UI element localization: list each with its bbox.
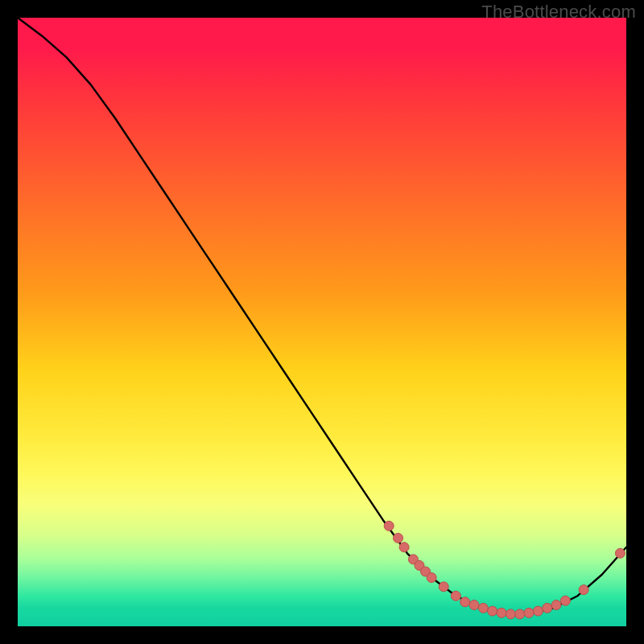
curve-marker	[543, 603, 552, 613]
curve-marker	[524, 608, 534, 617]
curve-marker	[394, 533, 403, 543]
curve-marker	[506, 609, 515, 619]
curve-marker	[384, 521, 394, 530]
curve-marker	[615, 548, 625, 558]
curve-marker	[469, 601, 479, 610]
curve-marker	[427, 573, 436, 583]
chart-stage: TheBottleneck.com	[0, 0, 644, 644]
curve-marker	[439, 582, 448, 592]
curve-marker	[515, 609, 525, 619]
curve-markers	[384, 521, 625, 619]
chart-overlay-svg	[18, 18, 626, 626]
curve-marker	[533, 606, 543, 616]
curve-marker	[451, 591, 460, 601]
curve-marker	[560, 596, 570, 605]
curve-marker	[579, 585, 588, 595]
curve-marker	[460, 597, 470, 607]
curve-marker	[478, 603, 488, 613]
curve-marker	[399, 543, 409, 552]
curve-marker	[497, 608, 506, 617]
curve-marker	[551, 601, 561, 610]
bottleneck-curve	[18, 18, 626, 614]
curve-marker	[488, 606, 497, 616]
